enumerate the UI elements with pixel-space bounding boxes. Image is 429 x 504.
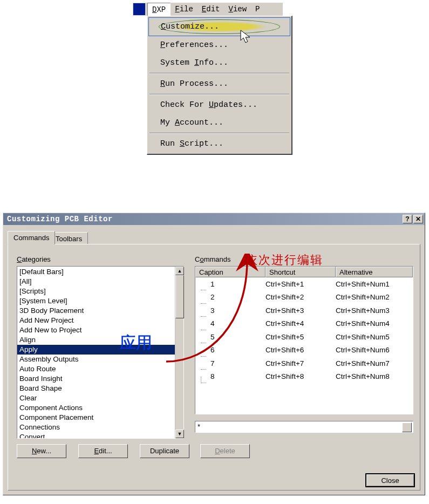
scroll-up-icon[interactable]: ▲ xyxy=(175,267,184,275)
category-item[interactable]: [Scripts] xyxy=(17,287,175,296)
commands-label: Commands xyxy=(195,255,230,263)
categories-label: Categories xyxy=(17,255,51,263)
category-item[interactable]: Connections xyxy=(17,423,175,432)
menu-file[interactable]: File xyxy=(171,3,198,16)
menu-dxp[interactable]: DXP xyxy=(147,3,171,16)
category-item[interactable]: 3D Body Placement xyxy=(17,306,175,316)
edit-button[interactable]: Edit... xyxy=(78,444,128,458)
command-row[interactable]: 8Ctrl+Shift+8Ctrl+Shift+Num8 xyxy=(195,370,413,384)
filter-combo[interactable]: * xyxy=(195,421,413,433)
menu-item-run-script[interactable]: Run Script... xyxy=(148,135,290,153)
category-item[interactable]: Component Actions xyxy=(17,403,175,413)
titlebar-text: Customizing PCB Editor xyxy=(5,215,401,223)
customizing-dialog: Customizing PCB Editor ? ✕ Commands Tool… xyxy=(3,213,425,495)
command-row[interactable]: 1Ctrl+Shift+1Ctrl+Shift+Num1 xyxy=(195,277,413,291)
titlebar[interactable]: Customizing PCB Editor ? ✕ xyxy=(3,213,425,225)
menu-item-check-for-updates[interactable]: Check For Updates... xyxy=(148,96,290,114)
category-item[interactable]: [System Level] xyxy=(17,296,175,306)
menu-item-customize[interactable]: Customize... xyxy=(148,17,290,36)
tab-toolbars[interactable]: Toolbars xyxy=(50,232,88,244)
category-item[interactable]: Board Shape xyxy=(17,384,175,393)
category-item[interactable]: Assembly Outputs xyxy=(17,355,175,364)
new-button[interactable]: New... xyxy=(17,444,66,458)
menu-separator xyxy=(149,73,289,74)
close-button[interactable]: Close xyxy=(365,473,415,487)
scrollbar[interactable]: ▲ ▼ xyxy=(175,267,183,438)
delete-button: Delete xyxy=(200,444,250,458)
menu-p-truncated[interactable]: P xyxy=(251,3,264,16)
scroll-thumb[interactable] xyxy=(175,275,184,318)
dxp-dropdown-menu: Customize...Preferences...System Info...… xyxy=(147,16,292,155)
col-shortcut[interactable]: Shortcut xyxy=(265,267,336,277)
command-row[interactable]: 3Ctrl+Shift+3Ctrl+Shift+Num3 xyxy=(195,304,413,317)
categories-listbox[interactable]: [Default Bars][All][Scripts][System Leve… xyxy=(17,266,184,439)
tab-commands[interactable]: Commands xyxy=(8,231,55,244)
menu-item-preferences[interactable]: Preferences... xyxy=(148,36,290,54)
category-item[interactable]: Board Insight xyxy=(17,374,175,384)
command-row[interactable]: 4Ctrl+Shift+4Ctrl+Shift+Num4 xyxy=(195,317,413,331)
app-logo-icon xyxy=(133,3,145,15)
col-caption[interactable]: Caption xyxy=(195,267,265,277)
tab-page-commands: Categories [Default Bars][All][Scripts][… xyxy=(8,244,420,491)
menu-view[interactable]: View xyxy=(224,3,251,16)
category-item[interactable]: Component Placement xyxy=(17,413,175,423)
category-item[interactable]: Convert xyxy=(17,432,175,438)
menubar: DXP File Edit View P xyxy=(133,3,283,16)
scroll-down-icon[interactable]: ▼ xyxy=(175,430,184,438)
command-row[interactable]: 5Ctrl+Shift+5Ctrl+Shift+Num5 xyxy=(195,330,413,344)
command-row[interactable]: 7Ctrl+Shift+7Ctrl+Shift+Num7 xyxy=(195,357,413,370)
category-item[interactable]: [All] xyxy=(17,277,175,287)
command-row[interactable]: 6Ctrl+Shift+6Ctrl+Shift+Num6 xyxy=(195,344,413,357)
close-x-button[interactable]: ✕ xyxy=(413,215,423,223)
menu-separator xyxy=(149,133,289,134)
category-item[interactable]: [Default Bars] xyxy=(17,267,175,277)
duplicate-button[interactable]: Duplicate xyxy=(140,444,189,458)
menu-separator xyxy=(149,94,289,95)
col-alternative[interactable]: Alternative xyxy=(336,267,413,277)
command-row[interactable]: 2Ctrl+Shift+2Ctrl+Shift+Num2 xyxy=(195,291,413,304)
menu-edit[interactable]: Edit xyxy=(198,3,224,16)
category-item[interactable]: Auto Route xyxy=(17,364,175,374)
category-item[interactable]: Clear xyxy=(17,393,175,403)
commands-table[interactable]: Caption Shortcut Alternative 1Ctrl+Shift… xyxy=(195,266,413,414)
annotation-apply: 应用 xyxy=(120,332,152,354)
category-item[interactable]: Add New Project xyxy=(17,316,175,325)
tab-row: Commands Toolbars xyxy=(8,231,420,244)
menu-item-my-account[interactable]: My Account... xyxy=(148,114,290,132)
menu-item-system-info[interactable]: System Info... xyxy=(148,54,290,72)
help-button[interactable]: ? xyxy=(403,215,412,223)
menu-item-run-process[interactable]: Run Process... xyxy=(148,75,290,93)
